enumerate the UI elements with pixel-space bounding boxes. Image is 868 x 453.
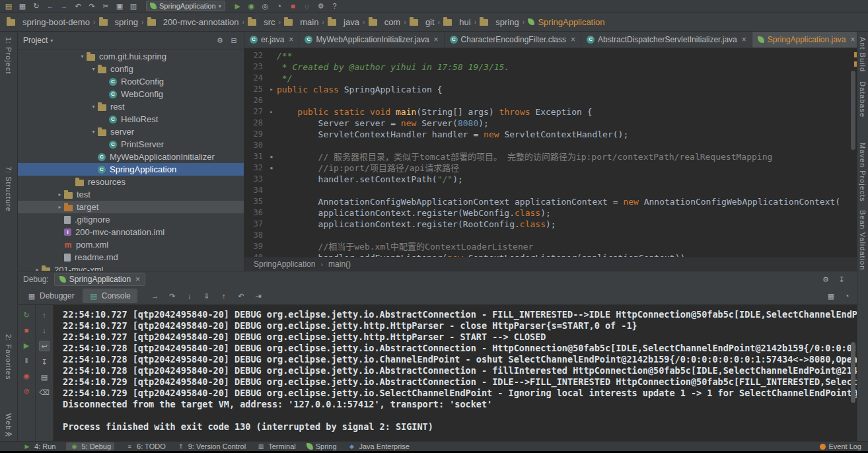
run-configuration-select[interactable]: SpringApplication ▾ — [146, 1, 225, 11]
breadcrumb-item-springapplication[interactable]: SpringApplication — [528, 17, 604, 27]
tree-item-server[interactable]: ▾server — [18, 125, 244, 138]
run-icon[interactable]: ▶ — [233, 1, 242, 11]
tree-item-hellorest[interactable]: CHelloRest — [18, 113, 244, 125]
tree-chevron-icon[interactable]: ▸ — [55, 192, 64, 197]
save-icon[interactable]: ▦ — [18, 1, 27, 11]
editor-tab-er-java[interactable]: Cer.java× — [244, 32, 299, 48]
close-icon[interactable]: × — [742, 36, 746, 44]
resume-icon[interactable]: ▶ — [22, 341, 31, 350]
back-icon[interactable]: ← — [46, 1, 55, 11]
close-icon[interactable]: × — [289, 36, 293, 44]
tool-windows-toggle-icon[interactable]: ≫ — [5, 430, 13, 438]
clear-icon[interactable]: ⌫ — [39, 388, 50, 397]
editor-tab-springapplication-java[interactable]: SpringApplication.java× — [752, 32, 857, 48]
status-button-6-todo[interactable]: ≡6: TODO — [125, 442, 166, 450]
scroll-down-icon[interactable]: ↓ — [40, 326, 49, 335]
settings-icon[interactable]: ⚙ — [316, 1, 326, 11]
tree-item-gitignore[interactable]: .gitignore — [18, 213, 244, 226]
tool-button-web[interactable]: Web — [5, 413, 13, 430]
breadcrumb-item-java[interactable]: java — [328, 17, 359, 27]
tree-item-target[interactable]: ▸target — [18, 201, 244, 213]
breadcrumb-item-spring-boot-demo[interactable]: spring-boot-demo — [7, 17, 90, 27]
tree-item-springapplication[interactable]: CSpringApplication — [18, 163, 244, 176]
tree-chevron-icon[interactable]: ▾ — [78, 53, 87, 59]
status-button-terminal[interactable]: ▥Terminal — [256, 442, 296, 450]
editor-tab-abstractdispatcherservletinitializer-java[interactable]: CAbstractDispatcherServletInitializer.ja… — [581, 32, 752, 48]
project-title[interactable]: Project — [23, 36, 48, 45]
tool-button-2-favorites[interactable]: 2: Favorites — [5, 334, 13, 380]
breadcrumb-item-com[interactable]: com — [369, 17, 401, 27]
tool-button-database[interactable]: Database — [859, 81, 867, 118]
view-breakpoints-icon[interactable]: ◉ — [22, 371, 31, 380]
scroll-to-end-icon[interactable]: ↧ — [40, 357, 49, 366]
tree-item-test[interactable]: ▸test — [18, 188, 244, 201]
tree-item-com-git-hui-spring[interactable]: ▾com.git.hui.spring — [18, 50, 244, 63]
tree-chevron-icon[interactable]: ▾ — [89, 129, 98, 135]
console-output[interactable]: 22:54:10.727 [qtp2042495840-20] DEBUG or… — [54, 305, 857, 441]
breadcrumb-item-git[interactable]: git — [410, 17, 435, 27]
tool-button-bean-validation[interactable]: Bean Validation — [859, 210, 867, 270]
step-into-icon[interactable]: ↓ — [185, 291, 194, 300]
drop-frame-icon[interactable]: ↶ — [236, 291, 246, 300]
tree-chevron-icon[interactable]: ▾ — [89, 104, 98, 110]
tree-item-rootconfig[interactable]: CRootConfig — [18, 75, 244, 88]
cut-icon[interactable]: ✂ — [101, 1, 110, 11]
tree-item-mywebapplicationinitializer[interactable]: CMyWebApplicationInitializer — [18, 151, 244, 163]
step-out-icon[interactable]: ↑ — [219, 291, 229, 300]
settings-icon[interactable]: ⚙ — [215, 36, 225, 45]
editor-scrollbar[interactable] — [851, 71, 855, 150]
hide-icon[interactable]: ↧ — [837, 275, 846, 284]
status-button-java-enterprise[interactable]: ◆Java Enterprise — [347, 442, 410, 450]
breadcrumb-item-spring[interactable]: spring — [480, 17, 519, 27]
editor-breadcrumb-item[interactable]: SpringApplication — [254, 260, 315, 269]
tree-item-readme-md[interactable]: readme.md — [18, 251, 244, 263]
tree-item-resources[interactable]: resources — [18, 176, 244, 188]
run-gutter-icon[interactable]: ▸ — [266, 84, 277, 95]
undo-icon[interactable]: ↶ — [73, 1, 83, 11]
code-editor[interactable]: 22/**23 * Created by @author yihui in 17… — [244, 48, 857, 257]
tree-item-pom-xml[interactable]: mpom.xml — [18, 238, 244, 251]
run-gutter-icon[interactable]: ▸ — [266, 106, 277, 118]
fold-gutter-icon[interactable]: ▪ — [266, 162, 277, 174]
status-button-5-debug[interactable]: ◉5: Debug — [66, 442, 114, 450]
sync-icon[interactable]: ↻ — [32, 1, 41, 11]
fold-gutter-icon[interactable]: ▪ — [266, 151, 277, 162]
soft-wrap-icon[interactable]: ↩ — [39, 341, 50, 351]
stop-icon[interactable]: ■ — [22, 326, 31, 335]
tree-chevron-icon[interactable]: ▾ — [89, 66, 98, 72]
editor-breadcrumb-item[interactable]: main() — [328, 260, 351, 269]
tool-button-1-project[interactable]: 1: Project — [5, 37, 13, 74]
breadcrumb-item-spring[interactable]: spring — [99, 17, 138, 27]
breadcrumb-item-200-mvc-annotation[interactable]: 200-mvc-annotation — [147, 17, 239, 27]
tree-chevron-icon[interactable]: ▸ — [55, 204, 64, 210]
open-icon[interactable]: ▤ — [4, 1, 13, 11]
close-icon[interactable]: × — [571, 36, 575, 44]
tree-item-printserver[interactable]: CPrintServer — [18, 138, 244, 151]
step-over-icon[interactable]: ↷ — [168, 291, 177, 300]
debug-icon[interactable]: ◉ — [247, 1, 256, 11]
rerun-icon[interactable]: ↻ — [22, 310, 31, 320]
stop-icon[interactable]: ■ — [289, 1, 298, 11]
profiler-icon[interactable]: ◔ — [275, 1, 284, 11]
tool-button-ant-build[interactable]: Ant Build — [859, 37, 867, 72]
tool-button-maven-projects[interactable]: Maven Projects — [859, 143, 867, 202]
settings-icon[interactable]: ⚙ — [821, 275, 830, 284]
search-icon[interactable]: ◌ — [303, 1, 312, 11]
status-button-4-run[interactable]: ▶4: Run — [22, 442, 55, 450]
collapse-all-icon[interactable]: ⊟ — [229, 36, 238, 45]
pause-icon[interactable]: ‖ — [22, 356, 31, 365]
redo-icon[interactable]: ↷ — [87, 1, 96, 11]
close-icon[interactable]: × — [434, 36, 439, 44]
force-step-into-icon[interactable]: ⇓ — [202, 291, 211, 300]
tool-button-7-structure[interactable]: 7: Structure — [5, 166, 13, 212]
close-icon[interactable]: × — [135, 275, 140, 283]
editor-tab-characterencodingfilter-class[interactable]: CCharacterEncodingFilter.class× — [445, 32, 581, 48]
forward-icon[interactable]: → — [59, 1, 69, 11]
help-icon[interactable]: ? — [330, 1, 340, 11]
debug-tab-debugger[interactable]: ▦Debugger — [20, 289, 81, 303]
breadcrumb-item-src[interactable]: src — [248, 17, 275, 27]
tree-item-config[interactable]: ▾config — [18, 63, 244, 75]
chevron-down-icon[interactable]: ▾ — [50, 38, 53, 44]
restore-layout-icon[interactable]: ▦ — [826, 291, 836, 300]
copy-icon[interactable]: ▣ — [115, 1, 124, 11]
